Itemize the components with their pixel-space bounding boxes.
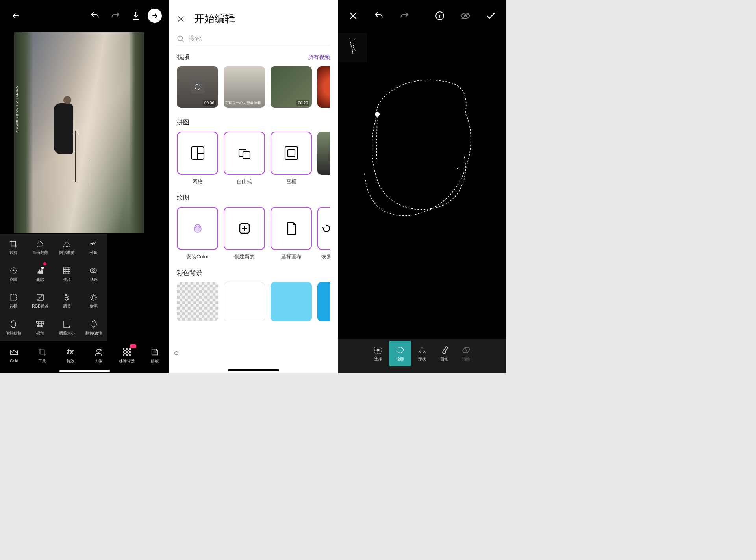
floating-dot[interactable] [174,351,178,355]
section-video: 视频 所有视频 00:06 可谓是一心为患者治病 00:20 [169,46,338,108]
drawing-createnew[interactable] [224,207,265,250]
video-thumb[interactable]: 00:06 [177,66,218,108]
svg-rect-3 [64,267,70,274]
preview-toggle[interactable] [457,7,473,24]
bg-blue[interactable] [317,282,330,321]
svg-rect-36 [288,150,295,157]
selection-thumbnail[interactable] [338,33,367,62]
left-topbar [0,0,169,32]
svg-rect-20 [128,350,129,351]
left-bottombar: Gold 工具 fx特效 人像 移除背景 贴纸 [0,342,169,373]
sel-tool-erase[interactable]: 清除 [455,339,477,369]
svg-point-11 [92,296,95,299]
svg-point-1 [13,270,14,271]
next-button[interactable] [148,9,162,23]
watermark: XIAOMI 13 ULTRA | LEICA [15,86,19,133]
tool-enhance[interactable]: 增强 [80,287,107,314]
sel-tool-shape[interactable]: 形状 [411,339,433,369]
tool-crop[interactable]: 裁剪 [0,234,27,261]
sel-tool-outline[interactable]: 轮廓 [389,341,411,366]
section-collage: 拼图 网格 自由式 画框 [169,108,338,185]
tool-rgb[interactable]: RGB通道 [27,287,54,314]
tool-adjust[interactable]: 调节 [54,287,80,314]
home-indicator [228,369,279,371]
svg-rect-25 [128,353,129,354]
svg-point-29 [154,352,155,352]
undo-button[interactable] [86,7,104,24]
tool-distort[interactable]: 变形 [54,261,80,287]
tool-grid: 裁剪 自由裁剪 图形裁剪 分散 克隆 删除 变形 动感 选择 RGB通道 调节 … [0,234,107,341]
tool-delete[interactable]: 删除 [27,261,54,287]
redo-button[interactable] [397,7,413,24]
tool-shapecrop[interactable]: 图形裁剪 [54,234,80,261]
svg-point-10 [66,299,67,300]
collage-frame[interactable] [271,132,312,175]
start-editing-panel: 开始编辑 搜索 视频 所有视频 00:06 可谓是一心为患者治病 00:20 拼… [169,0,338,373]
svg-rect-16 [123,348,124,350]
svg-rect-28 [129,354,131,356]
collage-grid[interactable] [177,132,218,175]
tab-portrait[interactable]: 人像 [85,342,113,369]
confirm-button[interactable] [483,7,499,24]
download-button[interactable] [127,7,145,24]
collage-freestyle[interactable] [224,132,265,175]
tool-rotate[interactable]: 翻转/旋转 [80,314,107,341]
right-topbar [338,0,506,32]
svg-rect-21 [123,351,124,353]
svg-rect-34 [243,152,250,159]
collage-more[interactable] [317,132,330,175]
drawing-choosecanvas[interactable] [271,207,312,250]
section-drawing: 绘图 安装Color 创建新的 选择画布 恢复 [169,185,338,260]
tool-select[interactable]: 选择 [0,287,27,314]
video-thumb[interactable]: 可谓是一心为患者治病 [224,66,265,108]
home-indicator [59,370,110,372]
svg-point-2 [41,267,44,269]
tab-gold[interactable]: Gold [0,342,28,369]
edit-canvas[interactable]: XIAOMI 13 ULTRA | LEICA [14,32,144,233]
svg-rect-19 [124,350,126,351]
drawing-installcolor[interactable] [177,207,218,250]
tab-removebg[interactable]: 移除背景 [113,342,141,369]
editor-panel-left: XIAOMI 13 ULTRA | LEICA 裁剪 自由裁剪 图形裁剪 分散 … [0,0,169,373]
close-button[interactable] [345,7,361,24]
svg-rect-35 [285,147,298,159]
section-colorbg: 彩色背景 [169,260,338,321]
svg-point-43 [397,347,404,353]
svg-point-9 [67,297,69,298]
tool-perspective[interactable]: 视角 [27,314,54,341]
drawing-restore[interactable] [317,207,330,250]
svg-point-40 [375,112,380,117]
close-button[interactable] [177,15,185,23]
bg-lightblue[interactable] [271,282,312,321]
tab-tools[interactable]: 工具 [28,342,57,369]
info-button[interactable] [432,7,448,24]
tab-sticker[interactable]: 贴纸 [141,342,169,369]
undo-button[interactable] [371,7,387,24]
tool-tiltshift[interactable]: 倾斜移轴 [0,314,27,341]
sel-tool-brush[interactable]: 画笔 [433,339,455,369]
tool-freecrop[interactable]: 自由裁剪 [27,234,54,261]
svg-point-42 [377,349,379,351]
page-title: 开始编辑 [194,12,235,26]
search-input[interactable]: 搜索 [177,32,330,46]
video-thumb[interactable] [317,66,330,108]
tool-resize[interactable]: 调整大小 [54,314,80,341]
back-button[interactable] [7,7,24,24]
all-videos-link[interactable]: 所有视频 [308,54,330,61]
sel-tool-select[interactable]: 选择 [367,339,389,369]
tab-fx[interactable]: fx特效 [56,342,85,369]
selection-canvas[interactable] [338,63,506,342]
tool-motion[interactable]: 动感 [80,261,107,287]
tool-clone[interactable]: 克隆 [0,261,27,287]
bg-transparent[interactable] [177,282,218,321]
svg-rect-17 [126,348,128,350]
tool-disperse[interactable]: 分散 [80,234,107,261]
bg-white[interactable] [224,282,265,321]
redo-button[interactable] [107,7,124,24]
badge-new [43,262,46,265]
search-placeholder: 搜索 [189,35,201,43]
selection-panel-right: 选择 轮廓 形状 画笔 清除 [338,0,506,373]
video-thumb[interactable]: 00:20 [271,66,312,108]
svg-rect-18 [129,348,131,350]
svg-point-8 [65,294,67,296]
